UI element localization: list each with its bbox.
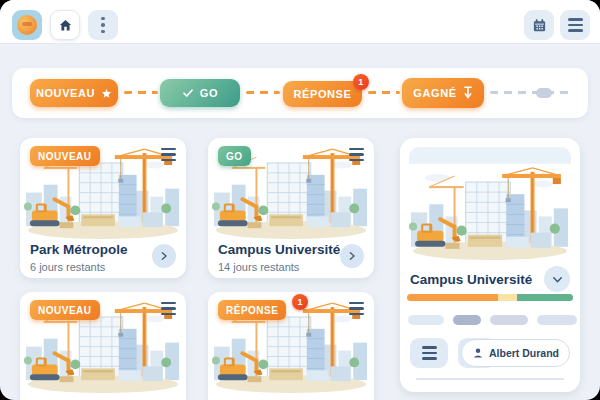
card-title: Campus Université bbox=[218, 242, 340, 257]
home-icon bbox=[58, 18, 73, 33]
status-badge: NOUVEAU bbox=[30, 300, 100, 320]
hamburger-icon bbox=[568, 18, 583, 32]
placeholder-chip bbox=[537, 315, 577, 325]
step-connector-future bbox=[490, 91, 572, 94]
more-button[interactable] bbox=[88, 10, 118, 40]
step-gagne[interactable]: GAGNÉ bbox=[402, 78, 484, 108]
step-connector bbox=[124, 91, 158, 94]
status-stepper: NOUVEAU GO RÉPONSE 1 GAGNÉ bbox=[12, 68, 588, 118]
notification-badge: 1 bbox=[292, 294, 308, 310]
open-card-button[interactable] bbox=[152, 244, 176, 268]
step-go[interactable]: GO bbox=[160, 79, 240, 107]
card-menu-icon[interactable] bbox=[161, 148, 176, 161]
step-connector bbox=[368, 91, 400, 94]
progress-segment bbox=[498, 294, 516, 301]
open-card-button[interactable] bbox=[340, 244, 364, 268]
menu-button[interactable] bbox=[560, 10, 590, 40]
project-card-bottom-left[interactable]: NOUVEAU bbox=[20, 292, 186, 400]
progress-bar bbox=[407, 294, 573, 301]
owner-label: Albert Durand bbox=[489, 347, 559, 359]
status-badge: GO bbox=[218, 146, 251, 166]
card-menu-icon[interactable] bbox=[161, 302, 176, 315]
person-icon bbox=[472, 347, 484, 359]
card-subtitle: 6 jours restants bbox=[30, 261, 105, 273]
step-connector bbox=[246, 91, 280, 94]
divider bbox=[416, 378, 564, 380]
placeholder-chip bbox=[408, 315, 444, 325]
home-button[interactable] bbox=[50, 10, 80, 40]
step-end-dot bbox=[536, 88, 552, 98]
status-badge: RÉPONSE bbox=[218, 300, 286, 320]
card-subtitle: 14 jours restants bbox=[218, 261, 299, 273]
kebab-icon bbox=[101, 17, 105, 34]
status-badge: NOUVEAU bbox=[30, 146, 100, 166]
app-window: NOUVEAU GO RÉPONSE 1 GAGNÉ NOUVEAU bbox=[0, 0, 600, 400]
chevron-down-icon bbox=[552, 274, 563, 285]
star-icon bbox=[101, 88, 112, 99]
card-menu-icon[interactable] bbox=[349, 148, 364, 161]
step-label: NOUVEAU bbox=[36, 87, 95, 99]
project-card-bottom-right[interactable]: RÉPONSE 1 bbox=[208, 292, 374, 400]
tag-chips bbox=[408, 315, 577, 325]
chevron-right-icon bbox=[347, 251, 357, 261]
placeholder-chip bbox=[453, 315, 481, 325]
check-icon bbox=[182, 87, 194, 99]
collapse-button[interactable] bbox=[544, 266, 570, 292]
top-bar bbox=[0, 0, 600, 44]
construction-illustration-large bbox=[409, 147, 571, 261]
step-label: GO bbox=[200, 87, 218, 99]
calendar-button[interactable] bbox=[524, 10, 554, 40]
panel-title: Campus Université bbox=[410, 272, 532, 287]
notification-badge: 1 bbox=[353, 74, 369, 90]
placeholder-chip bbox=[490, 315, 528, 325]
owner-button[interactable]: Albert Durand bbox=[461, 339, 570, 367]
progress-segment bbox=[517, 294, 573, 301]
calendar-icon bbox=[532, 18, 547, 33]
chevron-right-icon bbox=[159, 251, 169, 261]
step-label: GAGNÉ bbox=[413, 87, 456, 99]
progress-segment bbox=[407, 294, 498, 301]
hamburger-icon bbox=[422, 346, 437, 360]
step-reponse[interactable]: RÉPONSE 1 bbox=[283, 81, 362, 107]
step-nouveau[interactable]: NOUVEAU bbox=[30, 79, 118, 107]
list-button[interactable] bbox=[410, 338, 448, 368]
project-card-campus-universite[interactable]: GO Campus Université 14 jours restants bbox=[208, 138, 374, 278]
detail-panel: Campus Université Albert Durand bbox=[400, 138, 580, 392]
card-menu-icon[interactable] bbox=[349, 302, 364, 315]
mascot-icon bbox=[17, 15, 37, 35]
project-card-park-metropole[interactable]: NOUVEAU Park Métropole 6 jours restants bbox=[20, 138, 186, 278]
drop-pin-down-icon bbox=[463, 86, 473, 100]
card-title: Park Métropole bbox=[30, 242, 128, 257]
step-label: RÉPONSE bbox=[294, 88, 352, 100]
app-logo[interactable] bbox=[12, 10, 42, 40]
